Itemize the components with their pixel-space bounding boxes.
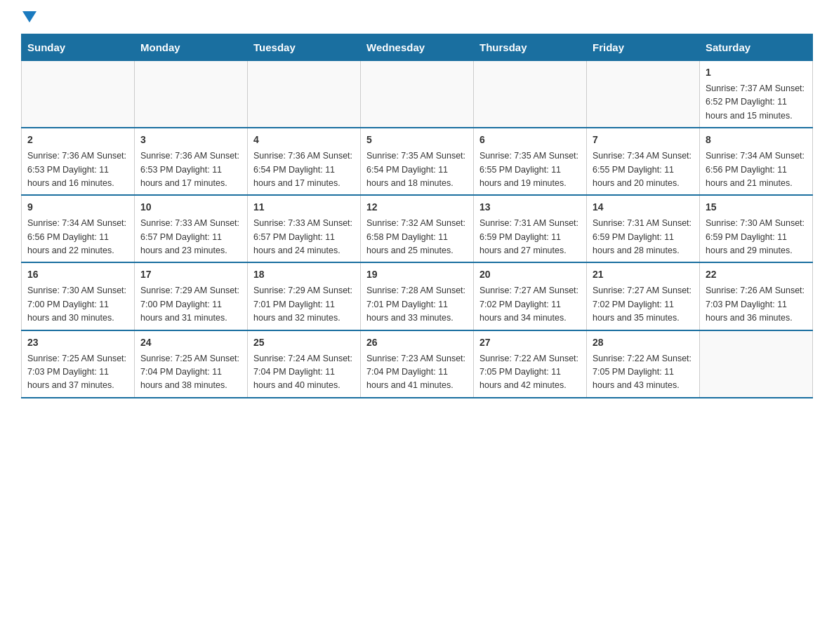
day-number: 11	[253, 200, 355, 215]
day-info: Sunrise: 7:35 AM Sunset: 6:54 PM Dayligh…	[366, 149, 468, 190]
calendar-cell: 3Sunrise: 7:36 AM Sunset: 6:53 PM Daylig…	[135, 128, 248, 195]
calendar-cell	[135, 61, 248, 128]
day-header-wednesday: Wednesday	[361, 34, 474, 61]
day-info: Sunrise: 7:34 AM Sunset: 6:56 PM Dayligh…	[27, 217, 128, 257]
day-number: 20	[479, 267, 581, 282]
calendar-cell: 16Sunrise: 7:30 AM Sunset: 7:00 PM Dayli…	[22, 262, 135, 330]
day-info: Sunrise: 7:33 AM Sunset: 6:57 PM Dayligh…	[253, 217, 355, 257]
calendar-cell	[361, 61, 474, 128]
calendar-cell: 2Sunrise: 7:36 AM Sunset: 6:53 PM Daylig…	[22, 128, 135, 195]
day-number: 4	[253, 133, 355, 147]
day-number: 13	[479, 200, 581, 215]
calendar-cell: 18Sunrise: 7:29 AM Sunset: 7:01 PM Dayli…	[248, 262, 361, 330]
calendar-cell: 27Sunrise: 7:22 AM Sunset: 7:05 PM Dayli…	[474, 330, 587, 398]
days-of-week-row: SundayMondayTuesdayWednesdayThursdayFrid…	[22, 34, 813, 61]
calendar-cell: 20Sunrise: 7:27 AM Sunset: 7:02 PM Dayli…	[474, 262, 587, 330]
week-row-0: 1Sunrise: 7:37 AM Sunset: 6:52 PM Daylig…	[22, 61, 813, 128]
day-info: Sunrise: 7:22 AM Sunset: 7:05 PM Dayligh…	[479, 352, 581, 393]
calendar-cell	[587, 61, 700, 128]
calendar-cell: 17Sunrise: 7:29 AM Sunset: 7:00 PM Dayli…	[135, 262, 248, 330]
day-info: Sunrise: 7:34 AM Sunset: 6:56 PM Dayligh…	[706, 149, 807, 190]
day-info: Sunrise: 7:30 AM Sunset: 6:59 PM Dayligh…	[706, 217, 807, 257]
day-number: 5	[366, 133, 468, 147]
day-info: Sunrise: 7:29 AM Sunset: 7:00 PM Dayligh…	[140, 284, 241, 325]
day-number: 15	[706, 200, 807, 215]
week-row-2: 9Sunrise: 7:34 AM Sunset: 6:56 PM Daylig…	[22, 195, 813, 262]
day-info: Sunrise: 7:27 AM Sunset: 7:02 PM Dayligh…	[479, 284, 581, 325]
day-info: Sunrise: 7:32 AM Sunset: 6:58 PM Dayligh…	[366, 217, 468, 257]
calendar-cell: 1Sunrise: 7:37 AM Sunset: 6:52 PM Daylig…	[700, 61, 813, 128]
calendar-cell: 4Sunrise: 7:36 AM Sunset: 6:54 PM Daylig…	[248, 128, 361, 195]
day-header-thursday: Thursday	[474, 34, 587, 61]
day-number: 16	[27, 267, 128, 282]
day-info: Sunrise: 7:35 AM Sunset: 6:55 PM Dayligh…	[479, 149, 581, 190]
calendar-cell: 7Sunrise: 7:34 AM Sunset: 6:55 PM Daylig…	[587, 128, 700, 195]
day-info: Sunrise: 7:30 AM Sunset: 7:00 PM Dayligh…	[27, 284, 128, 325]
day-number: 10	[140, 200, 241, 215]
day-header-sunday: Sunday	[22, 34, 135, 61]
calendar-cell	[700, 330, 813, 398]
calendar-cell: 11Sunrise: 7:33 AM Sunset: 6:57 PM Dayli…	[248, 195, 361, 262]
day-header-tuesday: Tuesday	[248, 34, 361, 61]
calendar-cell: 22Sunrise: 7:26 AM Sunset: 7:03 PM Dayli…	[700, 262, 813, 330]
day-number: 26	[366, 335, 468, 350]
calendar-cell: 15Sunrise: 7:30 AM Sunset: 6:59 PM Dayli…	[700, 195, 813, 262]
day-number: 7	[593, 133, 694, 147]
calendar-cell: 14Sunrise: 7:31 AM Sunset: 6:59 PM Dayli…	[587, 195, 700, 262]
day-header-monday: Monday	[135, 34, 248, 61]
logo-triangle-icon	[22, 11, 37, 22]
week-row-4: 23Sunrise: 7:25 AM Sunset: 7:03 PM Dayli…	[22, 330, 813, 398]
day-number: 22	[706, 267, 807, 282]
day-number: 21	[593, 267, 694, 282]
day-number: 2	[27, 133, 128, 147]
day-info: Sunrise: 7:24 AM Sunset: 7:04 PM Dayligh…	[253, 352, 355, 393]
calendar-cell: 25Sunrise: 7:24 AM Sunset: 7:04 PM Dayli…	[248, 330, 361, 398]
calendar-body: 1Sunrise: 7:37 AM Sunset: 6:52 PM Daylig…	[22, 61, 813, 398]
logo	[21, 14, 41, 20]
day-info: Sunrise: 7:25 AM Sunset: 7:04 PM Dayligh…	[140, 352, 241, 393]
calendar-cell: 26Sunrise: 7:23 AM Sunset: 7:04 PM Dayli…	[361, 330, 474, 398]
day-number: 25	[253, 335, 355, 350]
day-number: 14	[593, 200, 694, 215]
day-info: Sunrise: 7:36 AM Sunset: 6:54 PM Dayligh…	[253, 149, 355, 190]
day-info: Sunrise: 7:29 AM Sunset: 7:01 PM Dayligh…	[253, 284, 355, 325]
day-info: Sunrise: 7:22 AM Sunset: 7:05 PM Dayligh…	[593, 352, 694, 393]
day-number: 1	[706, 65, 807, 80]
day-number: 9	[27, 200, 128, 215]
day-info: Sunrise: 7:23 AM Sunset: 7:04 PM Dayligh…	[366, 352, 468, 393]
day-info: Sunrise: 7:28 AM Sunset: 7:01 PM Dayligh…	[366, 284, 468, 325]
calendar-cell: 13Sunrise: 7:31 AM Sunset: 6:59 PM Dayli…	[474, 195, 587, 262]
day-number: 8	[706, 133, 807, 147]
day-info: Sunrise: 7:36 AM Sunset: 6:53 PM Dayligh…	[140, 149, 241, 190]
day-number: 6	[479, 133, 581, 147]
day-info: Sunrise: 7:33 AM Sunset: 6:57 PM Dayligh…	[140, 217, 241, 257]
calendar-cell	[22, 61, 135, 128]
week-row-3: 16Sunrise: 7:30 AM Sunset: 7:00 PM Dayli…	[22, 262, 813, 330]
calendar-cell: 21Sunrise: 7:27 AM Sunset: 7:02 PM Dayli…	[587, 262, 700, 330]
day-number: 17	[140, 267, 241, 282]
day-number: 12	[366, 200, 468, 215]
calendar-header: SundayMondayTuesdayWednesdayThursdayFrid…	[22, 34, 813, 61]
calendar-cell: 12Sunrise: 7:32 AM Sunset: 6:58 PM Dayli…	[361, 195, 474, 262]
day-number: 23	[27, 335, 128, 350]
calendar-cell: 9Sunrise: 7:34 AM Sunset: 6:56 PM Daylig…	[22, 195, 135, 262]
calendar-cell: 8Sunrise: 7:34 AM Sunset: 6:56 PM Daylig…	[700, 128, 813, 195]
calendar-cell	[248, 61, 361, 128]
page-header	[21, 14, 813, 20]
day-number: 27	[479, 335, 581, 350]
day-info: Sunrise: 7:31 AM Sunset: 6:59 PM Dayligh…	[593, 217, 694, 257]
day-number: 18	[253, 267, 355, 282]
day-info: Sunrise: 7:36 AM Sunset: 6:53 PM Dayligh…	[27, 149, 128, 190]
day-info: Sunrise: 7:27 AM Sunset: 7:02 PM Dayligh…	[593, 284, 694, 325]
day-info: Sunrise: 7:25 AM Sunset: 7:03 PM Dayligh…	[27, 352, 128, 393]
day-header-saturday: Saturday	[700, 34, 813, 61]
calendar-cell: 23Sunrise: 7:25 AM Sunset: 7:03 PM Dayli…	[22, 330, 135, 398]
calendar-cell: 19Sunrise: 7:28 AM Sunset: 7:01 PM Dayli…	[361, 262, 474, 330]
day-number: 19	[366, 267, 468, 282]
day-info: Sunrise: 7:26 AM Sunset: 7:03 PM Dayligh…	[706, 284, 807, 325]
day-info: Sunrise: 7:31 AM Sunset: 6:59 PM Dayligh…	[479, 217, 581, 257]
day-number: 28	[593, 335, 694, 350]
week-row-1: 2Sunrise: 7:36 AM Sunset: 6:53 PM Daylig…	[22, 128, 813, 195]
day-info: Sunrise: 7:34 AM Sunset: 6:55 PM Dayligh…	[593, 149, 694, 190]
calendar-cell: 28Sunrise: 7:22 AM Sunset: 7:05 PM Dayli…	[587, 330, 700, 398]
